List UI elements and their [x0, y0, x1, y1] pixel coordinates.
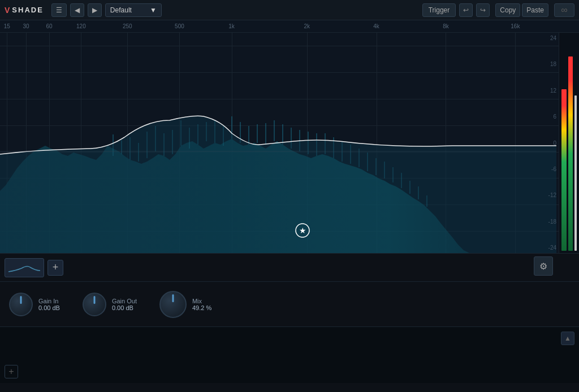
copy-paste-group: Copy Paste	[495, 3, 548, 17]
freq-label-4khz: 4k	[373, 23, 379, 29]
db-label-minus12: -12	[548, 192, 556, 198]
gain-in-value: 0.00 dB	[38, 304, 60, 311]
freq-label-15hz: 15	[4, 23, 10, 29]
gain-in-info: Gain In 0.00 dB	[38, 298, 60, 311]
gain-out-group: Gain Out 0.00 dB	[83, 293, 137, 316]
redo-button[interactable]: ↪	[476, 3, 490, 17]
gain-out-knob[interactable]	[83, 293, 106, 316]
vu-meter	[559, 33, 579, 253]
expand-button[interactable]: ▲	[561, 332, 574, 345]
knobs-area: Gain In 0.00 dB Gain Out 0.00 dB Mix 49.…	[0, 281, 579, 326]
db-label-24: 24	[548, 35, 556, 41]
eq-display[interactable]: ★ 24 18 12 6 0 -6 -12 -18 -24	[0, 33, 579, 253]
paste-button[interactable]: Paste	[522, 3, 548, 17]
db-labels: 24 18 12 6 0 -6 -12 -18 -24	[548, 33, 556, 253]
vu-indicator	[574, 95, 577, 251]
infinity-button[interactable]: ∞	[554, 3, 574, 17]
db-label-18: 18	[548, 61, 556, 67]
menu-button[interactable]: ☰	[51, 3, 67, 17]
trigger-button[interactable]: Trigger	[422, 3, 456, 17]
mix-group: Mix 49.2 %	[159, 291, 211, 318]
db-label-6: 6	[548, 114, 556, 120]
freq-label-2khz: 2k	[304, 23, 310, 29]
curve-thumbnail[interactable]	[5, 258, 44, 277]
add-band-button[interactable]: +	[47, 260, 63, 276]
freq-label-250hz: 250	[123, 23, 132, 29]
db-label-minus6: -6	[548, 166, 556, 172]
bottom-panel: ▲ +	[0, 326, 579, 383]
freq-label-30hz: 30	[23, 23, 29, 29]
preset-dropdown[interactable]: Default ▼	[105, 3, 162, 17]
gain-out-info: Gain Out 0.00 dB	[112, 298, 137, 311]
mix-info: Mix 49.2 %	[192, 298, 211, 311]
freq-label-8khz: 8k	[443, 23, 449, 29]
dropdown-arrow-icon: ▼	[150, 6, 157, 14]
freq-ruler: 15 30 60 120 250 500 1k 2k 4k 8k 16k	[0, 20, 579, 33]
freq-label-500hz: 500	[175, 23, 184, 29]
mix-value: 49.2 %	[192, 304, 211, 311]
logo-v-icon: V	[5, 6, 10, 15]
prev-button[interactable]: ◀	[70, 3, 84, 17]
settings-button[interactable]: ⚙	[534, 256, 553, 276]
app-title: SHADE	[12, 6, 44, 14]
bottom-controls: + ⚙	[0, 253, 579, 281]
gain-out-value: 0.00 dB	[112, 304, 137, 311]
db-label-minus24: -24	[548, 245, 556, 251]
freq-label-60hz: 60	[46, 23, 52, 29]
eq-curve-svg[interactable]: ★	[0, 33, 559, 253]
vu-bar-left	[561, 89, 567, 251]
gain-out-label: Gain Out	[112, 298, 137, 304]
gain-in-label: Gain In	[38, 298, 60, 304]
copy-button[interactable]: Copy	[495, 3, 520, 17]
mix-knob[interactable]	[159, 291, 187, 318]
logo-area: V SHADE	[5, 6, 44, 15]
curve-thumb-svg	[7, 260, 41, 275]
db-label-0: 0	[548, 140, 556, 146]
mix-label: Mix	[192, 298, 211, 304]
freq-label-1khz: 1k	[228, 23, 235, 29]
topbar: V SHADE ☰ ◀ ▶ Default ▼ Trigger ↩ ↪ Copy…	[0, 0, 579, 20]
gain-in-group: Gain In 0.00 dB	[9, 293, 60, 316]
svg-text:★: ★	[299, 226, 306, 235]
add-bottom-button[interactable]: +	[5, 365, 18, 378]
freq-label-120hz: 120	[76, 23, 86, 29]
undo-button[interactable]: ↩	[459, 3, 473, 17]
freq-label-16khz: 16k	[511, 23, 520, 29]
vu-bar-right	[568, 56, 573, 251]
preset-name: Default	[110, 6, 132, 14]
db-label-12: 12	[548, 88, 556, 94]
db-label-minus18: -18	[548, 219, 556, 225]
gain-in-knob[interactable]	[9, 293, 33, 316]
next-button[interactable]: ▶	[88, 3, 102, 17]
